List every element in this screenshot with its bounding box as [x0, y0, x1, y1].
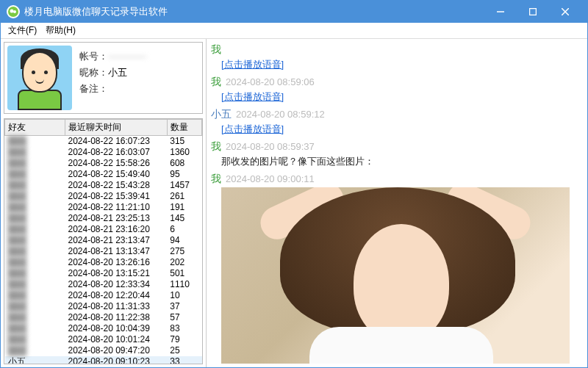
table-row[interactable]: ███2024-08-20 12:33:341110: [5, 279, 202, 290]
cell-friend: ███: [5, 268, 65, 279]
chat-message: 我2024-08-20 08:59:37那收发的图片呢？像下面这些图片：: [211, 140, 583, 168]
play-voice-link[interactable]: [点击播放语音]: [221, 59, 284, 70]
table-row[interactable]: ███2024-08-22 15:49:4095: [5, 169, 202, 180]
chat-panel[interactable]: 我[点击播放语音]我2024-08-20 08:59:06[点击播放语音]小五2…: [207, 39, 587, 367]
cell-friend: ███: [5, 202, 65, 213]
nick-value: 小五: [108, 65, 127, 81]
cell-friend: ███: [5, 158, 65, 169]
col-count[interactable]: 数量: [167, 120, 201, 136]
cell-count: 33: [167, 356, 201, 364]
cell-friend: ███: [5, 279, 65, 290]
table-row[interactable]: ███2024-08-22 15:39:41261: [5, 191, 202, 202]
chat-message: 我2024-08-20 09:00:11: [211, 173, 583, 364]
table-row[interactable]: ███2024-08-22 16:07:23315: [5, 136, 202, 148]
table-row[interactable]: ███2024-08-20 11:31:3337: [5, 301, 202, 312]
cell-count: 145: [167, 213, 201, 224]
col-friend[interactable]: 好友: [5, 120, 65, 136]
cell-time: 2024-08-20 13:15:21: [65, 268, 167, 279]
cell-time: 2024-08-21 13:13:47: [65, 246, 167, 257]
minimize-button[interactable]: [484, 1, 517, 23]
message-text: 那收发的图片呢？像下面这些图片：: [221, 155, 583, 168]
message-image[interactable]: [221, 187, 570, 364]
table-row[interactable]: ███2024-08-20 12:20:4410: [5, 290, 202, 301]
cell-count: 202: [167, 257, 201, 268]
close-button[interactable]: [549, 1, 581, 23]
cell-count: 1110: [167, 279, 201, 290]
cell-time: 2024-08-20 12:20:44: [65, 290, 167, 301]
cell-count: 83: [167, 323, 201, 334]
cell-count: 10: [167, 290, 201, 301]
cell-time: 2024-08-20 10:04:39: [65, 323, 167, 334]
message-timestamp: 2024-08-20 08:59:06: [226, 76, 315, 87]
acct-value: ————: [108, 48, 146, 65]
maximize-button[interactable]: [517, 1, 549, 23]
sender-name: 我: [211, 140, 221, 152]
cell-friend: ███: [5, 323, 65, 334]
table-row[interactable]: ███2024-08-20 13:15:21501: [5, 268, 202, 279]
cell-count: 25: [167, 345, 201, 356]
table-row[interactable]: ███2024-08-20 11:22:3857: [5, 312, 202, 323]
cell-time: 2024-08-22 15:58:26: [65, 158, 167, 169]
menu-file[interactable]: 文件(F): [4, 23, 41, 38]
cell-count: 1360: [167, 147, 201, 158]
cell-friend: ███: [5, 147, 65, 158]
table-row[interactable]: ███2024-08-22 16:03:071360: [5, 147, 202, 158]
table-row[interactable]: ███2024-08-21 23:16:206: [5, 224, 202, 235]
cell-count: 315: [167, 136, 201, 148]
cell-friend: ███: [5, 235, 65, 246]
cell-count: 501: [167, 268, 201, 279]
table-row[interactable]: ███2024-08-22 15:58:26608: [5, 158, 202, 169]
table-row[interactable]: ███2024-08-21 23:25:13145: [5, 213, 202, 224]
cell-time: 2024-08-20 11:31:33: [65, 301, 167, 312]
cell-friend: ███: [5, 345, 65, 356]
cell-count: 6: [167, 224, 201, 235]
cell-friend: ███: [5, 290, 65, 301]
cell-friend: ███: [5, 301, 65, 312]
profile-panel: 帐号：———— 昵称：小五 备注：: [4, 42, 203, 114]
table-row[interactable]: 小五2024-08-20 09:10:2333: [5, 356, 202, 364]
cell-count: 37: [167, 301, 201, 312]
cell-time: 2024-08-20 11:22:38: [65, 312, 167, 323]
cell-time: 2024-08-20 09:47:20: [65, 345, 167, 356]
play-voice-link[interactable]: [点击播放语音]: [221, 123, 284, 134]
table-row[interactable]: ███2024-08-20 10:04:3983: [5, 323, 202, 334]
chat-message: 我2024-08-20 08:59:06[点击播放语音]: [211, 76, 583, 104]
cell-time: 2024-08-22 16:07:23: [65, 136, 167, 148]
cell-friend: ███: [5, 180, 65, 191]
cell-time: 2024-08-22 15:39:41: [65, 191, 167, 202]
cell-time: 2024-08-22 16:03:07: [65, 147, 167, 158]
svg-point-0: [10, 10, 14, 13]
friends-table[interactable]: 好友 最近聊天时间 数量 ███2024-08-22 16:07:23315██…: [4, 118, 203, 364]
sender-name: 我: [211, 43, 221, 55]
table-row[interactable]: ███2024-08-22 15:43:281457: [5, 180, 202, 191]
cell-time: 2024-08-21 23:16:20: [65, 224, 167, 235]
sender-name: 我: [211, 173, 221, 184]
cell-time: 2024-08-22 11:21:10: [65, 202, 167, 213]
play-voice-link[interactable]: [点击播放语音]: [221, 91, 284, 102]
table-row[interactable]: ███2024-08-20 13:26:16202: [5, 257, 202, 268]
cell-time: 2024-08-22 15:49:40: [65, 169, 167, 180]
cell-time: 2024-08-20 12:33:34: [65, 279, 167, 290]
cell-count: 191: [167, 202, 201, 213]
cell-friend: ███: [5, 312, 65, 323]
table-row[interactable]: ███2024-08-21 13:13:47275: [5, 246, 202, 257]
message-timestamp: 2024-08-20 08:59:37: [226, 141, 315, 152]
table-row[interactable]: ███2024-08-20 09:47:2025: [5, 345, 202, 356]
table-row[interactable]: ███2024-08-22 11:21:10191: [5, 202, 202, 213]
app-icon: [7, 5, 20, 18]
cell-time: 2024-08-21 23:25:13: [65, 213, 167, 224]
table-row[interactable]: ███2024-08-20 10:01:2479: [5, 334, 202, 345]
cell-friend: ███: [5, 213, 65, 224]
cell-count: 57: [167, 312, 201, 323]
svg-rect-3: [530, 9, 537, 15]
cell-friend: ███: [5, 246, 65, 257]
cell-count: 79: [167, 334, 201, 345]
menu-help[interactable]: 帮助(H): [41, 23, 80, 38]
table-row[interactable]: ███2024-08-21 23:13:4794: [5, 235, 202, 246]
cell-count: 94: [167, 235, 201, 246]
window-title: 楼月电脑版微信聊天记录导出软件: [24, 5, 484, 18]
col-lasttime[interactable]: 最近聊天时间: [65, 120, 167, 136]
cell-friend: ███: [5, 334, 65, 345]
cell-count: 261: [167, 191, 201, 202]
cell-time: 2024-08-21 23:13:47: [65, 235, 167, 246]
